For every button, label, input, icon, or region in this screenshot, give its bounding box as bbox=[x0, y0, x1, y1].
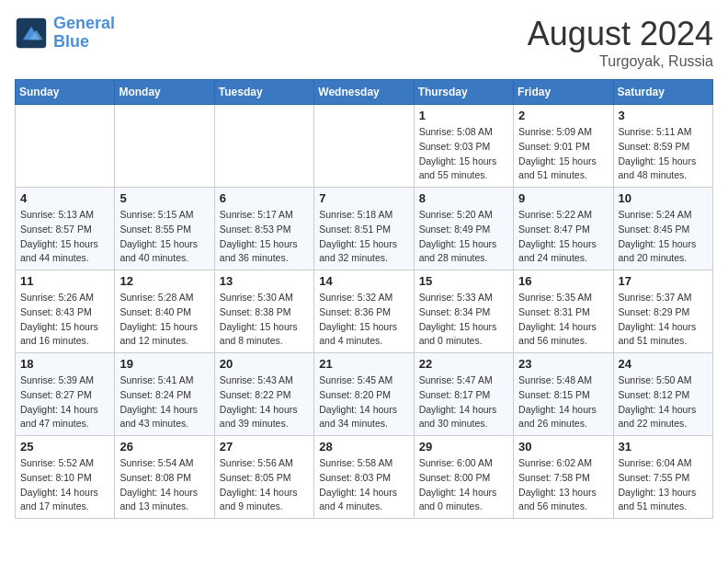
day-cell: 12Sunrise: 5:28 AM Sunset: 8:40 PM Dayli… bbox=[115, 270, 214, 353]
week-row-3: 11Sunrise: 5:26 AM Sunset: 8:43 PM Dayli… bbox=[16, 270, 713, 353]
day-number: 7 bbox=[319, 191, 408, 205]
week-row-2: 4Sunrise: 5:13 AM Sunset: 8:57 PM Daylig… bbox=[16, 188, 713, 270]
day-cell: 2Sunrise: 5:09 AM Sunset: 9:01 PM Daylig… bbox=[514, 105, 613, 188]
week-row-1: 1Sunrise: 5:08 AM Sunset: 9:03 PM Daylig… bbox=[16, 105, 713, 188]
day-number: 13 bbox=[220, 274, 309, 288]
day-number: 1 bbox=[419, 109, 508, 122]
calendar-body: 1Sunrise: 5:08 AM Sunset: 9:03 PM Daylig… bbox=[16, 105, 713, 519]
day-number: 10 bbox=[619, 191, 708, 205]
day-number: 19 bbox=[119, 357, 209, 371]
day-number: 4 bbox=[20, 191, 109, 205]
day-number: 28 bbox=[319, 440, 408, 454]
day-number: 31 bbox=[619, 440, 708, 454]
col-sunday: Sunday bbox=[16, 80, 115, 105]
day-cell: 1Sunrise: 5:08 AM Sunset: 9:03 PM Daylig… bbox=[414, 105, 513, 188]
day-info: Sunrise: 5:33 AM Sunset: 8:34 PM Dayligh… bbox=[419, 291, 508, 349]
col-tuesday: Tuesday bbox=[214, 80, 313, 105]
day-cell: 17Sunrise: 5:37 AM Sunset: 8:29 PM Dayli… bbox=[613, 270, 712, 353]
day-number: 6 bbox=[220, 191, 309, 205]
calendar-table: Sunday Monday Tuesday Wednesday Thursday… bbox=[15, 79, 713, 519]
header-row: Sunday Monday Tuesday Wednesday Thursday… bbox=[16, 80, 713, 105]
day-cell: 25Sunrise: 5:52 AM Sunset: 8:10 PM Dayli… bbox=[16, 436, 115, 519]
logo-line1: General bbox=[53, 14, 115, 32]
day-number: 18 bbox=[20, 357, 109, 371]
day-cell bbox=[16, 105, 115, 188]
day-info: Sunrise: 5:58 AM Sunset: 8:03 PM Dayligh… bbox=[319, 456, 408, 514]
col-wednesday: Wednesday bbox=[314, 80, 414, 105]
day-number: 30 bbox=[518, 440, 608, 454]
col-thursday: Thursday bbox=[414, 80, 513, 105]
day-number: 24 bbox=[619, 357, 708, 371]
day-number: 12 bbox=[119, 274, 209, 288]
day-info: Sunrise: 5:32 AM Sunset: 8:36 PM Dayligh… bbox=[319, 291, 408, 349]
day-cell: 26Sunrise: 5:54 AM Sunset: 8:08 PM Dayli… bbox=[115, 436, 214, 519]
day-number: 20 bbox=[220, 357, 309, 371]
day-cell: 15Sunrise: 5:33 AM Sunset: 8:34 PM Dayli… bbox=[414, 270, 513, 353]
day-info: Sunrise: 5:24 AM Sunset: 8:45 PM Dayligh… bbox=[619, 208, 708, 266]
logo-icon bbox=[15, 17, 48, 50]
day-number: 23 bbox=[518, 357, 608, 371]
day-cell bbox=[314, 105, 414, 188]
day-cell: 5Sunrise: 5:15 AM Sunset: 8:55 PM Daylig… bbox=[115, 188, 214, 270]
location: Turgoyak, Russia bbox=[528, 53, 713, 70]
day-cell bbox=[115, 105, 214, 188]
day-info: Sunrise: 5:54 AM Sunset: 8:08 PM Dayligh… bbox=[119, 456, 209, 514]
day-cell: 24Sunrise: 5:50 AM Sunset: 8:12 PM Dayli… bbox=[613, 353, 712, 436]
day-number: 2 bbox=[518, 109, 608, 122]
day-number: 25 bbox=[20, 440, 109, 454]
day-number: 3 bbox=[619, 109, 708, 122]
logo-line2: Blue bbox=[53, 32, 89, 51]
calendar-header: Sunday Monday Tuesday Wednesday Thursday… bbox=[16, 80, 713, 105]
week-row-5: 25Sunrise: 5:52 AM Sunset: 8:10 PM Dayli… bbox=[16, 436, 713, 519]
day-info: Sunrise: 5:22 AM Sunset: 8:47 PM Dayligh… bbox=[518, 208, 608, 266]
day-number: 29 bbox=[419, 440, 508, 454]
day-info: Sunrise: 5:50 AM Sunset: 8:12 PM Dayligh… bbox=[619, 373, 708, 431]
week-row-4: 18Sunrise: 5:39 AM Sunset: 8:27 PM Dayli… bbox=[16, 353, 713, 436]
day-info: Sunrise: 5:20 AM Sunset: 8:49 PM Dayligh… bbox=[419, 208, 508, 266]
day-cell: 7Sunrise: 5:18 AM Sunset: 8:51 PM Daylig… bbox=[314, 188, 414, 270]
day-cell: 13Sunrise: 5:30 AM Sunset: 8:38 PM Dayli… bbox=[214, 270, 313, 353]
day-info: Sunrise: 5:48 AM Sunset: 8:15 PM Dayligh… bbox=[518, 373, 608, 431]
day-info: Sunrise: 5:18 AM Sunset: 8:51 PM Dayligh… bbox=[319, 208, 408, 266]
logo-text: General Blue bbox=[53, 15, 115, 52]
day-number: 21 bbox=[319, 357, 408, 371]
day-number: 9 bbox=[518, 191, 608, 205]
day-info: Sunrise: 6:02 AM Sunset: 7:58 PM Dayligh… bbox=[518, 456, 608, 514]
day-cell: 4Sunrise: 5:13 AM Sunset: 8:57 PM Daylig… bbox=[16, 188, 115, 270]
day-number: 8 bbox=[419, 191, 508, 205]
day-cell: 18Sunrise: 5:39 AM Sunset: 8:27 PM Dayli… bbox=[16, 353, 115, 436]
day-info: Sunrise: 5:17 AM Sunset: 8:53 PM Dayligh… bbox=[220, 208, 309, 266]
day-info: Sunrise: 5:11 AM Sunset: 8:59 PM Dayligh… bbox=[619, 125, 708, 183]
day-number: 22 bbox=[419, 357, 508, 371]
day-info: Sunrise: 5:28 AM Sunset: 8:40 PM Dayligh… bbox=[119, 291, 209, 349]
day-info: Sunrise: 5:26 AM Sunset: 8:43 PM Dayligh… bbox=[20, 291, 109, 349]
day-number: 16 bbox=[518, 274, 608, 288]
day-info: Sunrise: 6:04 AM Sunset: 7:55 PM Dayligh… bbox=[619, 456, 708, 514]
day-cell: 21Sunrise: 5:45 AM Sunset: 8:20 PM Dayli… bbox=[314, 353, 414, 436]
day-cell: 16Sunrise: 5:35 AM Sunset: 8:31 PM Dayli… bbox=[514, 270, 613, 353]
day-info: Sunrise: 6:00 AM Sunset: 8:00 PM Dayligh… bbox=[419, 456, 508, 514]
logo: General Blue bbox=[15, 15, 115, 52]
col-friday: Friday bbox=[514, 80, 613, 105]
day-info: Sunrise: 5:08 AM Sunset: 9:03 PM Dayligh… bbox=[419, 125, 508, 183]
day-info: Sunrise: 5:37 AM Sunset: 8:29 PM Dayligh… bbox=[619, 291, 708, 349]
page-header: General Blue August 2024 Turgoyak, Russi… bbox=[15, 15, 713, 70]
day-info: Sunrise: 5:09 AM Sunset: 9:01 PM Dayligh… bbox=[518, 125, 608, 183]
month-year: August 2024 bbox=[528, 15, 713, 53]
day-info: Sunrise: 5:15 AM Sunset: 8:55 PM Dayligh… bbox=[119, 208, 209, 266]
day-info: Sunrise: 5:13 AM Sunset: 8:57 PM Dayligh… bbox=[20, 208, 109, 266]
day-number: 11 bbox=[20, 274, 109, 288]
day-info: Sunrise: 5:47 AM Sunset: 8:17 PM Dayligh… bbox=[419, 373, 508, 431]
day-cell: 3Sunrise: 5:11 AM Sunset: 8:59 PM Daylig… bbox=[613, 105, 712, 188]
day-info: Sunrise: 5:30 AM Sunset: 8:38 PM Dayligh… bbox=[220, 291, 309, 349]
day-cell: 20Sunrise: 5:43 AM Sunset: 8:22 PM Dayli… bbox=[214, 353, 313, 436]
day-cell: 27Sunrise: 5:56 AM Sunset: 8:05 PM Dayli… bbox=[214, 436, 313, 519]
day-cell: 8Sunrise: 5:20 AM Sunset: 8:49 PM Daylig… bbox=[414, 188, 513, 270]
day-cell: 10Sunrise: 5:24 AM Sunset: 8:45 PM Dayli… bbox=[613, 188, 712, 270]
day-cell bbox=[214, 105, 313, 188]
day-cell: 30Sunrise: 6:02 AM Sunset: 7:58 PM Dayli… bbox=[514, 436, 613, 519]
day-cell: 19Sunrise: 5:41 AM Sunset: 8:24 PM Dayli… bbox=[115, 353, 214, 436]
day-number: 17 bbox=[619, 274, 708, 288]
day-number: 26 bbox=[119, 440, 209, 454]
day-cell: 28Sunrise: 5:58 AM Sunset: 8:03 PM Dayli… bbox=[314, 436, 414, 519]
